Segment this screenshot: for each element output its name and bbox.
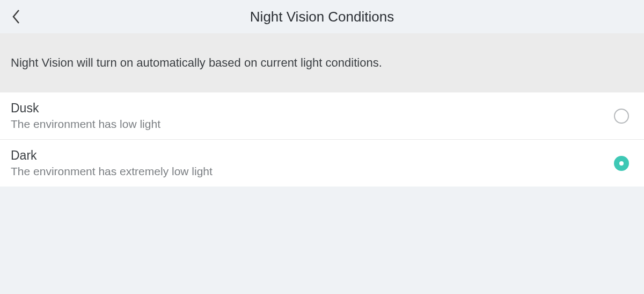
back-button[interactable] [5, 6, 27, 27]
option-title: Dusk [11, 101, 160, 116]
options-list: Dusk The environment has low light Dark … [0, 92, 644, 187]
option-text: Dark The environment has extremely low l… [11, 148, 213, 178]
option-dusk[interactable]: Dusk The environment has low light [0, 92, 644, 140]
chevron-left-icon [11, 9, 21, 25]
description-text: Night Vision will turn on automatically … [11, 56, 633, 70]
radio-control [614, 156, 629, 171]
option-subtitle: The environment has low light [11, 118, 160, 131]
description-block: Night Vision will turn on automatically … [0, 33, 644, 92]
radio-unchecked-icon [614, 109, 629, 124]
option-title: Dark [11, 148, 213, 163]
option-text: Dusk The environment has low light [11, 101, 160, 131]
radio-control [614, 109, 629, 124]
page-title: Night Vision Conditions [250, 9, 394, 25]
option-subtitle: The environment has extremely low light [11, 165, 213, 178]
option-dark[interactable]: Dark The environment has extremely low l… [0, 140, 644, 187]
header: Night Vision Conditions [0, 0, 644, 33]
radio-checked-icon [614, 156, 629, 171]
